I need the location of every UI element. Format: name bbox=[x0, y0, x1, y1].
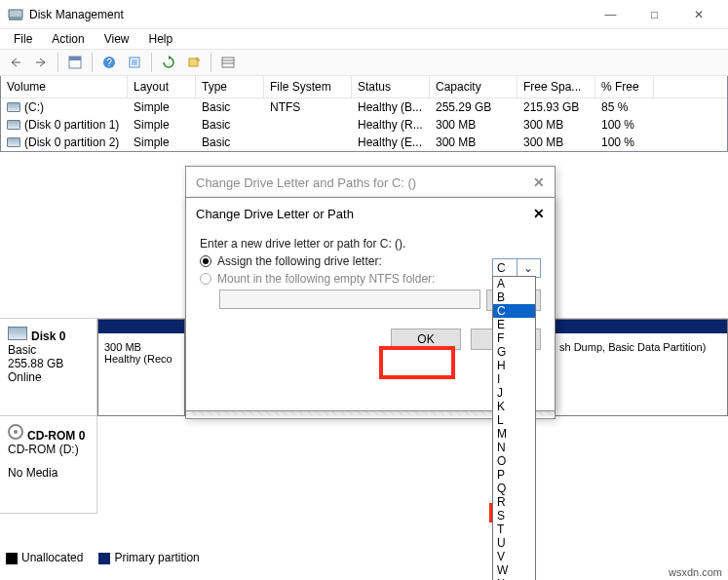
cdrom-info[interactable]: CD-ROM 0 CD-ROM (D:) No Media bbox=[0, 416, 96, 514]
col-layout[interactable]: Layout bbox=[128, 76, 196, 97]
letter-option[interactable]: L bbox=[493, 413, 535, 427]
letter-option[interactable]: G bbox=[493, 345, 535, 359]
help-button[interactable]: ? bbox=[97, 52, 121, 73]
window-title: Disk Management bbox=[29, 8, 589, 21]
dialog2-close-icon[interactable]: ✕ bbox=[533, 206, 545, 221]
refresh-button[interactable] bbox=[157, 52, 180, 73]
letter-option[interactable]: A bbox=[493, 277, 535, 290]
disk0-info[interactable]: Disk 0 Basic 255.88 GB Online bbox=[0, 319, 96, 416]
view-button[interactable] bbox=[63, 52, 87, 73]
letter-option[interactable]: W bbox=[493, 563, 535, 577]
col-status[interactable]: Status bbox=[352, 76, 430, 97]
toolbar: ? bbox=[0, 49, 728, 76]
letter-option[interactable]: O bbox=[493, 454, 535, 468]
letter-option[interactable]: Q bbox=[493, 482, 535, 495]
legend-unallocated-icon bbox=[6, 553, 18, 564]
maximize-button[interactable]: □ bbox=[632, 0, 676, 29]
letter-option[interactable]: P bbox=[493, 468, 535, 482]
letter-option[interactable]: R bbox=[493, 495, 535, 509]
menu-help[interactable]: Help bbox=[141, 30, 181, 48]
letter-option[interactable]: F bbox=[493, 331, 535, 345]
radio-assign-letter[interactable]: Assign the following drive letter: bbox=[200, 254, 541, 268]
dialog1-title: Change Drive Letter and Paths for C: () bbox=[196, 175, 533, 190]
drive-letter-dropdown[interactable]: ABCEFGHIJKLMNOPQRSTUVWXY bbox=[492, 276, 536, 580]
dialog1-close-icon[interactable]: ✕ bbox=[533, 174, 545, 190]
back-button[interactable] bbox=[4, 52, 27, 73]
minimize-button[interactable]: ― bbox=[589, 0, 632, 29]
letter-option[interactable]: T bbox=[493, 522, 535, 536]
svg-text:?: ? bbox=[106, 58, 112, 68]
letter-option[interactable]: S bbox=[493, 509, 535, 522]
table-row[interactable]: (Disk 0 partition 2)SimpleBasicHealthy (… bbox=[1, 134, 727, 151]
col-free[interactable]: Free Spa... bbox=[517, 76, 595, 97]
menu-view[interactable]: View bbox=[96, 30, 137, 48]
letter-option[interactable]: N bbox=[493, 441, 535, 454]
cdrom-icon bbox=[8, 424, 23, 440]
titlebar: Disk Management ― □ ✕ bbox=[0, 0, 728, 29]
letter-option[interactable]: M bbox=[493, 427, 535, 441]
letter-option[interactable]: I bbox=[493, 372, 535, 386]
footer-watermark: wsxdn.com bbox=[663, 564, 728, 580]
close-button[interactable]: ✕ bbox=[676, 0, 720, 29]
col-type[interactable]: Type bbox=[196, 76, 264, 97]
table-row[interactable]: (C:)SimpleBasicNTFSHealthy (B...255.29 G… bbox=[1, 98, 727, 116]
volume-grid: Volume Layout Type File System Status Ca… bbox=[0, 76, 728, 152]
dialog2-ok-button[interactable]: OK bbox=[391, 329, 461, 350]
settings-button[interactable] bbox=[123, 52, 146, 73]
svg-rect-1 bbox=[9, 18, 22, 20]
partition-2[interactable]: sh Dump, Basic Data Partition) bbox=[553, 319, 728, 416]
svg-rect-3 bbox=[69, 57, 81, 60]
menu-action[interactable]: Action bbox=[44, 30, 92, 48]
legend-primary-icon bbox=[98, 553, 110, 564]
letter-option[interactable]: H bbox=[493, 359, 535, 372]
col-fs[interactable]: File System bbox=[264, 76, 352, 97]
col-volume[interactable]: Volume bbox=[1, 76, 128, 97]
menubar: File Action View Help bbox=[0, 29, 728, 49]
app-icon bbox=[8, 7, 23, 22]
letter-option[interactable]: E bbox=[493, 318, 535, 331]
svg-rect-0 bbox=[9, 10, 22, 18]
list-button[interactable] bbox=[216, 52, 240, 73]
partition-0[interactable]: 300 MB Healthy (Reco bbox=[97, 319, 185, 416]
mount-path-input bbox=[219, 290, 480, 309]
new-button[interactable] bbox=[182, 52, 206, 73]
radio-mount-folder[interactable]: Mount in the following empty NTFS folder… bbox=[200, 272, 541, 286]
drive-letter-combo[interactable]: C⌄ bbox=[492, 258, 541, 278]
col-capacity[interactable]: Capacity bbox=[430, 76, 517, 97]
forward-button[interactable] bbox=[29, 52, 53, 73]
dialog2-prompt: Enter a new drive letter or path for C: … bbox=[200, 237, 541, 251]
letter-option[interactable]: V bbox=[493, 550, 535, 563]
menu-file[interactable]: File bbox=[6, 30, 40, 48]
table-row[interactable]: (Disk 0 partition 1)SimpleBasicHealthy (… bbox=[1, 116, 727, 134]
legend: Unallocated Primary partition bbox=[6, 551, 200, 564]
svg-rect-8 bbox=[222, 58, 234, 67]
disk-icon bbox=[8, 327, 27, 340]
dialog2-title: Change Drive Letter or Path bbox=[196, 207, 533, 221]
letter-option[interactable]: J bbox=[493, 386, 535, 400]
letter-option[interactable]: U bbox=[493, 536, 535, 550]
chevron-down-icon: ⌄ bbox=[517, 259, 541, 277]
col-pct[interactable]: % Free bbox=[595, 76, 654, 97]
letter-option[interactable]: C bbox=[493, 304, 535, 318]
letter-option[interactable]: B bbox=[493, 290, 535, 304]
letter-option[interactable]: K bbox=[493, 400, 535, 413]
